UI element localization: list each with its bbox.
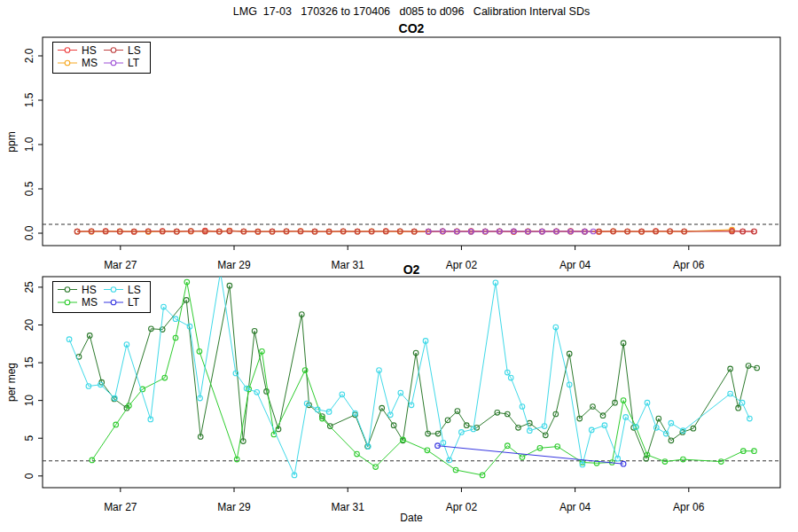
legend-label-LS: LS: [128, 44, 141, 57]
o2-data-point-LS: [747, 416, 753, 421]
co2-y-tick-label: 0.0: [23, 225, 35, 240]
legend-label-LS: LS: [128, 284, 141, 296]
legend-marker-HS: [65, 287, 70, 293]
o2-x-tick-label: Apr 04: [559, 501, 591, 513]
co2-x-tick-label: Apr 04: [559, 259, 591, 271]
o2-series-HS: [76, 283, 759, 461]
plot-window: LMG 17-03 170326 to 170406 d085 to d096 …: [0, 0, 798, 532]
chart-canvas: Mar 27Mar 29Mar 31Apr 02Apr 04Apr 060.00…: [0, 0, 798, 532]
co2-x-tick-label: Mar 27: [104, 259, 137, 271]
legend-marker-MS: [65, 300, 70, 305]
o2-legend: HSLSMSLT: [53, 282, 151, 313]
legend-marker-LT: [111, 60, 116, 66]
legend-label-MS: MS: [82, 57, 98, 69]
co2-legend: HSLSMSLT: [53, 43, 151, 74]
o2-series-LS: [66, 270, 752, 478]
co2-x-tick-label: Mar 31: [332, 259, 365, 271]
o2-y-tick-label: 20: [23, 319, 35, 332]
legend-label-HS: HS: [82, 44, 97, 57]
co2-y-tick-label: 1.0: [23, 137, 35, 152]
co2-y-tick-label: 1.5: [23, 92, 35, 107]
o2-y-tick-label: 5: [23, 435, 35, 442]
o2-series-MS-line: [92, 282, 755, 475]
legend-marker-HS: [65, 48, 70, 53]
o2-y-tick-label: 25: [23, 281, 35, 293]
o2-x-tick-label: Mar 27: [104, 501, 137, 513]
o2-series-LS-line: [69, 272, 749, 475]
o2-x-tick-label: Mar 31: [332, 501, 365, 513]
o2-y-tick-label: 10: [23, 395, 35, 407]
legend-marker-LS: [111, 287, 116, 293]
legend-marker-MS: [65, 60, 70, 66]
legend-label-HS: HS: [82, 284, 97, 296]
legend-marker-LS: [111, 48, 116, 53]
legend-label-LT: LT: [128, 296, 140, 309]
o2-x-tick-label: Apr 06: [673, 501, 705, 513]
co2-y-tick-label: 2.0: [23, 48, 35, 63]
o2-y-tick-label: 0: [23, 473, 35, 479]
legend-marker-LT: [111, 300, 116, 305]
legend-label-LT: LT: [128, 57, 140, 69]
co2-y-tick-label: 0.5: [23, 181, 35, 196]
o2-x-tick-label: Apr 02: [446, 501, 478, 513]
o2-series-MS: [90, 279, 756, 478]
co2-panel: Mar 27Mar 29Mar 31Apr 02Apr 04Apr 060.00…: [23, 37, 780, 271]
o2-panel: Mar 27Mar 29Mar 31Apr 02Apr 04Apr 060510…: [23, 270, 780, 513]
co2-x-tick-label: Mar 29: [217, 259, 251, 271]
o2-x-tick-label: Mar 29: [217, 501, 251, 513]
o2-y-tick-label: 15: [23, 356, 35, 369]
co2-series-MS: [74, 227, 734, 234]
co2-series-LS: [74, 229, 756, 234]
co2-x-tick-label: Apr 06: [673, 259, 705, 271]
legend-label-MS: MS: [82, 296, 98, 309]
co2-plot-border: [43, 37, 780, 246]
co2-x-tick-label: Apr 02: [446, 259, 478, 271]
o2-data-point-LS: [66, 337, 72, 342]
